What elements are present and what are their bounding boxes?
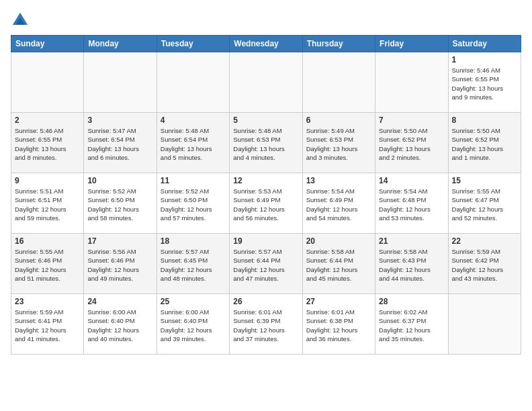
day-cell: 14Sunrise: 5:54 AM Sunset: 6:48 PM Dayli… [375, 173, 448, 234]
header-thursday: Thursday [302, 36, 375, 52]
day-number: 28 [379, 297, 444, 306]
day-number: 6 [306, 116, 371, 125]
week-row-0: 1Sunrise: 5:46 AM Sunset: 6:55 PM Daylig… [11, 52, 521, 113]
week-row-1: 2Sunrise: 5:46 AM Sunset: 6:55 PM Daylig… [11, 113, 521, 173]
day-number: 13 [306, 176, 371, 185]
day-number: 4 [161, 116, 226, 125]
day-info: Sunrise: 5:58 AM Sunset: 6:44 PM Dayligh… [306, 247, 371, 283]
calendar: SundayMondayTuesdayWednesdayThursdayFrid… [11, 35, 521, 355]
day-cell: 2Sunrise: 5:46 AM Sunset: 6:55 PM Daylig… [11, 113, 84, 173]
day-number: 19 [233, 236, 298, 246]
day-number: 27 [306, 297, 371, 306]
day-number: 3 [87, 116, 152, 125]
day-number: 21 [379, 236, 444, 246]
day-cell: 26Sunrise: 6:01 AM Sunset: 6:39 PM Dayli… [230, 294, 302, 355]
day-cell: 9Sunrise: 5:51 AM Sunset: 6:51 PM Daylig… [11, 173, 84, 234]
logo-icon [11, 11, 30, 30]
day-cell: 5Sunrise: 5:48 AM Sunset: 6:53 PM Daylig… [230, 113, 302, 173]
day-cell: 10Sunrise: 5:52 AM Sunset: 6:50 PM Dayli… [84, 173, 157, 234]
day-number: 24 [87, 297, 152, 306]
header-sunday: Sunday [11, 36, 84, 52]
day-info: Sunrise: 5:48 AM Sunset: 6:53 PM Dayligh… [233, 126, 298, 162]
day-info: Sunrise: 5:50 AM Sunset: 6:52 PM Dayligh… [379, 126, 444, 162]
day-info: Sunrise: 5:59 AM Sunset: 6:42 PM Dayligh… [452, 247, 517, 283]
header-saturday: Saturday [448, 36, 521, 52]
day-cell: 6Sunrise: 5:49 AM Sunset: 6:53 PM Daylig… [302, 113, 375, 173]
day-cell: 13Sunrise: 5:54 AM Sunset: 6:49 PM Dayli… [302, 173, 375, 234]
week-row-4: 23Sunrise: 5:59 AM Sunset: 6:41 PM Dayli… [11, 294, 521, 355]
day-number: 9 [15, 176, 80, 185]
day-info: Sunrise: 6:01 AM Sunset: 6:39 PM Dayligh… [233, 308, 298, 343]
day-info: Sunrise: 5:58 AM Sunset: 6:43 PM Dayligh… [379, 247, 444, 283]
day-number: 11 [161, 176, 226, 185]
day-number: 15 [452, 176, 517, 185]
day-cell: 8Sunrise: 5:50 AM Sunset: 6:52 PM Daylig… [448, 113, 521, 173]
day-number: 17 [87, 236, 152, 246]
day-number: 16 [15, 236, 80, 246]
day-number: 23 [15, 297, 80, 306]
day-number: 18 [161, 236, 226, 246]
day-cell [11, 52, 84, 113]
day-cell: 21Sunrise: 5:58 AM Sunset: 6:43 PM Dayli… [375, 234, 448, 294]
day-info: Sunrise: 5:52 AM Sunset: 6:50 PM Dayligh… [87, 187, 152, 222]
day-info: Sunrise: 5:46 AM Sunset: 6:55 PM Dayligh… [452, 66, 517, 101]
week-row-3: 16Sunrise: 5:55 AM Sunset: 6:46 PM Dayli… [11, 234, 521, 294]
day-number: 8 [452, 116, 517, 125]
day-cell [157, 52, 229, 113]
day-cell: 22Sunrise: 5:59 AM Sunset: 6:42 PM Dayli… [448, 234, 521, 294]
day-cell: 20Sunrise: 5:58 AM Sunset: 6:44 PM Dayli… [302, 234, 375, 294]
day-info: Sunrise: 5:56 AM Sunset: 6:46 PM Dayligh… [87, 247, 152, 283]
header-tuesday: Tuesday [157, 36, 229, 52]
day-cell: 27Sunrise: 6:01 AM Sunset: 6:38 PM Dayli… [302, 294, 375, 355]
day-number: 25 [161, 297, 226, 306]
day-info: Sunrise: 6:00 AM Sunset: 6:40 PM Dayligh… [161, 308, 226, 343]
day-cell: 1Sunrise: 5:46 AM Sunset: 6:55 PM Daylig… [448, 52, 521, 113]
day-cell: 24Sunrise: 6:00 AM Sunset: 6:40 PM Dayli… [84, 294, 157, 355]
day-cell: 4Sunrise: 5:48 AM Sunset: 6:54 PM Daylig… [157, 113, 229, 173]
day-info: Sunrise: 6:00 AM Sunset: 6:40 PM Dayligh… [87, 308, 152, 343]
day-cell: 12Sunrise: 5:53 AM Sunset: 6:49 PM Dayli… [230, 173, 302, 234]
day-cell: 15Sunrise: 5:55 AM Sunset: 6:47 PM Dayli… [448, 173, 521, 234]
week-row-2: 9Sunrise: 5:51 AM Sunset: 6:51 PM Daylig… [11, 173, 521, 234]
day-cell: 7Sunrise: 5:50 AM Sunset: 6:52 PM Daylig… [375, 113, 448, 173]
day-info: Sunrise: 5:46 AM Sunset: 6:55 PM Dayligh… [15, 126, 80, 162]
logo [11, 11, 32, 30]
day-cell: 17Sunrise: 5:56 AM Sunset: 6:46 PM Dayli… [84, 234, 157, 294]
day-info: Sunrise: 5:50 AM Sunset: 6:52 PM Dayligh… [452, 126, 517, 162]
day-info: Sunrise: 5:47 AM Sunset: 6:54 PM Dayligh… [87, 126, 152, 162]
day-cell: 19Sunrise: 5:57 AM Sunset: 6:44 PM Dayli… [230, 234, 302, 294]
header-monday: Monday [84, 36, 157, 52]
header [11, 11, 521, 30]
day-info: Sunrise: 5:53 AM Sunset: 6:49 PM Dayligh… [233, 187, 298, 222]
day-info: Sunrise: 5:59 AM Sunset: 6:41 PM Dayligh… [15, 308, 80, 343]
day-number: 1 [452, 55, 517, 64]
day-info: Sunrise: 5:55 AM Sunset: 6:47 PM Dayligh… [452, 187, 517, 222]
day-cell [448, 294, 521, 355]
day-info: Sunrise: 5:48 AM Sunset: 6:54 PM Dayligh… [161, 126, 226, 162]
day-cell: 3Sunrise: 5:47 AM Sunset: 6:54 PM Daylig… [84, 113, 157, 173]
day-number: 7 [379, 116, 444, 125]
day-cell [302, 52, 375, 113]
day-info: Sunrise: 5:57 AM Sunset: 6:44 PM Dayligh… [233, 247, 298, 283]
day-cell [230, 52, 302, 113]
day-cell: 16Sunrise: 5:55 AM Sunset: 6:46 PM Dayli… [11, 234, 84, 294]
day-info: Sunrise: 5:57 AM Sunset: 6:45 PM Dayligh… [161, 247, 226, 283]
day-number: 10 [87, 176, 152, 185]
day-info: Sunrise: 6:02 AM Sunset: 6:37 PM Dayligh… [379, 308, 444, 343]
day-info: Sunrise: 5:55 AM Sunset: 6:46 PM Dayligh… [15, 247, 80, 283]
calendar-header-row: SundayMondayTuesdayWednesdayThursdayFrid… [11, 36, 521, 52]
day-info: Sunrise: 5:54 AM Sunset: 6:49 PM Dayligh… [306, 187, 371, 222]
day-info: Sunrise: 5:49 AM Sunset: 6:53 PM Dayligh… [306, 126, 371, 162]
day-number: 5 [233, 116, 298, 125]
header-wednesday: Wednesday [230, 36, 302, 52]
day-info: Sunrise: 6:01 AM Sunset: 6:38 PM Dayligh… [306, 308, 371, 343]
header-friday: Friday [375, 36, 448, 52]
day-number: 20 [306, 236, 371, 246]
day-info: Sunrise: 5:52 AM Sunset: 6:50 PM Dayligh… [161, 187, 226, 222]
day-number: 14 [379, 176, 444, 185]
day-info: Sunrise: 5:51 AM Sunset: 6:51 PM Dayligh… [15, 187, 80, 222]
day-cell: 11Sunrise: 5:52 AM Sunset: 6:50 PM Dayli… [157, 173, 229, 234]
day-cell [375, 52, 448, 113]
day-number: 2 [15, 116, 80, 125]
day-info: Sunrise: 5:54 AM Sunset: 6:48 PM Dayligh… [379, 187, 444, 222]
